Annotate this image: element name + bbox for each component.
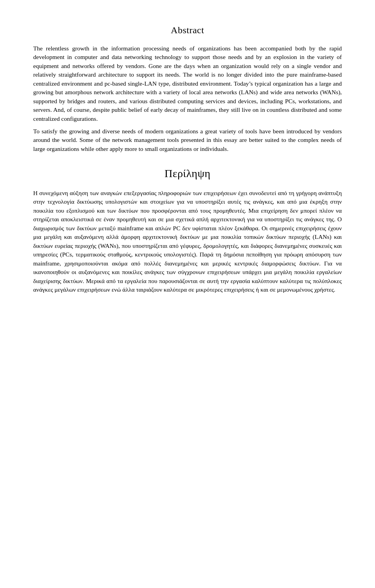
perilepsi-title: Περίληψη — [33, 166, 342, 182]
perilepsi-body: Η συνεχόμενη αύξηση των αναγκών επεξεργα… — [33, 189, 342, 294]
abstract-body: The relentless growth in the information… — [33, 44, 342, 154]
page: Abstract The relentless growth in the in… — [0, 0, 375, 588]
abstract-paragraph-1: The relentless growth in the information… — [33, 44, 342, 123]
abstract-paragraph-2: To satisfy the growing and diverse needs… — [33, 127, 342, 153]
perilepsi-paragraph-1: Η συνεχόμενη αύξηση των αναγκών επεξεργα… — [33, 189, 342, 294]
abstract-title: Abstract — [33, 23, 342, 37]
